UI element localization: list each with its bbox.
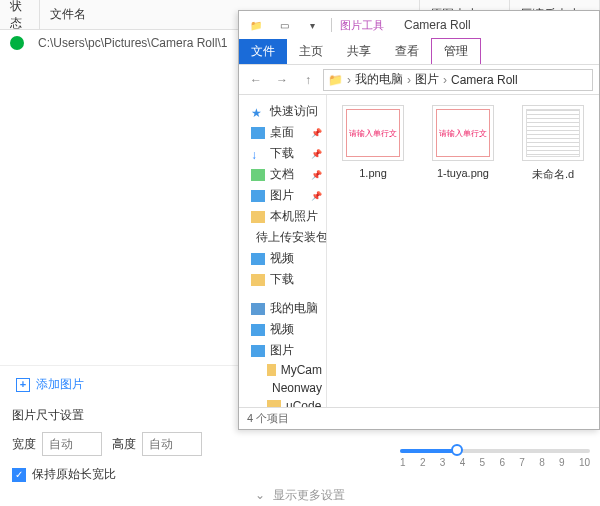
chevron-right-icon: › <box>443 73 447 87</box>
tab-file[interactable]: 文件 <box>239 39 287 64</box>
thumb-preview: 请输入单行文 <box>436 109 490 157</box>
status-ok-icon <box>10 36 24 50</box>
thumb-preview: 请输入单行文 <box>346 109 400 157</box>
tab-manage[interactable]: 管理 <box>431 38 481 64</box>
slider-thumb[interactable] <box>451 444 463 456</box>
file-item[interactable]: 未命名.d <box>517 105 589 182</box>
tree-cam-photos[interactable]: 本机照片 <box>247 206 326 227</box>
crumb[interactable]: 图片 <box>415 71 439 88</box>
tick: 2 <box>420 457 426 468</box>
nav-forward-button[interactable]: → <box>271 69 293 91</box>
slider-track <box>400 449 590 453</box>
tick: 4 <box>460 457 466 468</box>
tree-desktop[interactable]: 桌面📌 <box>247 122 326 143</box>
tree-pending[interactable]: 待上传安装包 <box>247 227 326 248</box>
folder-icon: 📁 <box>328 73 343 87</box>
thumbnail: 请输入单行文 <box>432 105 494 161</box>
video-icon <box>251 324 265 336</box>
tree-mycam[interactable]: MyCam <box>247 361 326 379</box>
file-name: 1-tuya.png <box>437 167 489 179</box>
blank-preview <box>526 109 580 157</box>
pin-icon: 📌 <box>311 128 322 138</box>
quality-slider[interactable]: 1 2 3 4 5 6 7 8 9 10 <box>400 449 590 468</box>
height-input[interactable] <box>142 432 202 456</box>
tick: 10 <box>579 457 590 468</box>
slider-fill <box>400 449 457 453</box>
show-more-button[interactable]: ⌄ 显示更多设置 <box>12 483 588 504</box>
plus-icon: + <box>16 378 30 392</box>
tree-documents[interactable]: 文档📌 <box>247 164 326 185</box>
file-item[interactable]: 请输入单行文 1.png <box>337 105 409 179</box>
download-icon: ↓ <box>251 148 265 160</box>
tab-share[interactable]: 共享 <box>335 39 383 64</box>
tree-label: uCode <box>286 399 321 407</box>
tree-label: 我的电脑 <box>270 300 318 317</box>
width-group: 宽度 <box>12 432 102 456</box>
keep-ratio-checkbox[interactable]: ✓ 保持原始长宽比 <box>12 466 588 483</box>
slider-ticks: 1 2 3 4 5 6 7 8 9 10 <box>400 457 590 468</box>
tick: 3 <box>440 457 446 468</box>
crumb[interactable]: Camera Roll <box>451 73 518 87</box>
folder-icon <box>251 211 265 223</box>
tree-ucode[interactable]: uCode <box>247 397 326 407</box>
address-bar: ← → ↑ 📁 › 我的电脑 › 图片 › Camera Roll <box>239 65 599 95</box>
tree-label: Neonway <box>272 381 322 395</box>
folder-icon <box>267 400 281 407</box>
help-icon[interactable]: ▾ <box>301 16 323 34</box>
nav-back-button[interactable]: ← <box>245 69 267 91</box>
tree-label: 桌面 <box>270 124 294 141</box>
tree-neonway[interactable]: Neonway <box>247 379 326 397</box>
nav-up-button[interactable]: ↑ <box>297 69 319 91</box>
add-image-button[interactable]: + 添加图片 <box>12 372 88 397</box>
tree-label: 下载 <box>270 271 294 288</box>
nav-tree: ★快速访问 桌面📌 ↓下载📌 文档📌 图片📌 本机照片 待上传安装包 视频 下载… <box>239 95 327 407</box>
tree-video[interactable]: 视频 <box>247 248 326 269</box>
tree-label: MyCam <box>281 363 322 377</box>
tree-label: 本机照片 <box>270 208 318 225</box>
picture-icon <box>251 345 265 357</box>
tree-video2[interactable]: 视频 <box>247 319 326 340</box>
window-title: Camera Roll <box>404 18 471 32</box>
titlebar[interactable]: 📁 ▭ ▾ 图片工具 Camera Roll <box>239 11 599 39</box>
show-more-label: 显示更多设置 <box>273 488 345 502</box>
tree-pictures[interactable]: 图片📌 <box>247 185 326 206</box>
contextual-tab-label: 图片工具 <box>340 18 384 33</box>
breadcrumb[interactable]: 📁 › 我的电脑 › 图片 › Camera Roll <box>323 69 593 91</box>
tick: 6 <box>499 457 505 468</box>
tree-label: 图片 <box>270 187 294 204</box>
width-input[interactable] <box>42 432 102 456</box>
crumb[interactable]: 我的电脑 <box>355 71 403 88</box>
tree-label: 快速访问 <box>270 103 318 120</box>
folder-icon: 📁 <box>245 16 267 34</box>
tree-my-pc[interactable]: 我的电脑 <box>247 298 326 319</box>
chevron-right-icon: › <box>407 73 411 87</box>
tree-label: 文档 <box>270 166 294 183</box>
status-bar: 4 个项目 <box>239 407 599 429</box>
pc-icon <box>251 303 265 315</box>
video-icon <box>251 253 265 265</box>
height-label: 高度 <box>112 436 136 453</box>
file-item[interactable]: 请输入单行文 1-tuya.png <box>427 105 499 179</box>
check-icon: ✓ <box>12 468 26 482</box>
tree-downloads2[interactable]: 下载 <box>247 269 326 290</box>
file-grid: 请输入单行文 1.png 请输入单行文 1-tuya.png 未命名.d <box>327 95 599 407</box>
tree-downloads[interactable]: ↓下载📌 <box>247 143 326 164</box>
pin-icon: 📌 <box>311 191 322 201</box>
item-count: 4 个项目 <box>247 411 289 426</box>
tick: 7 <box>519 457 525 468</box>
props-icon[interactable]: ▭ <box>273 16 295 34</box>
tab-view[interactable]: 查看 <box>383 39 431 64</box>
desktop-icon <box>251 127 265 139</box>
chevron-down-icon: ⌄ <box>255 488 265 502</box>
tab-home[interactable]: 主页 <box>287 39 335 64</box>
tree-pictures2[interactable]: 图片 <box>247 340 326 361</box>
tree-label: 图片 <box>270 342 294 359</box>
col-status[interactable]: 状态 <box>0 0 40 29</box>
tree-label: 待上传安装包 <box>256 229 327 246</box>
tree-quick-access[interactable]: ★快速访问 <box>247 101 326 122</box>
file-name: 1.png <box>359 167 387 179</box>
add-image-label: 添加图片 <box>36 376 84 393</box>
tick: 5 <box>480 457 486 468</box>
star-icon: ★ <box>251 106 265 118</box>
picture-icon <box>251 190 265 202</box>
